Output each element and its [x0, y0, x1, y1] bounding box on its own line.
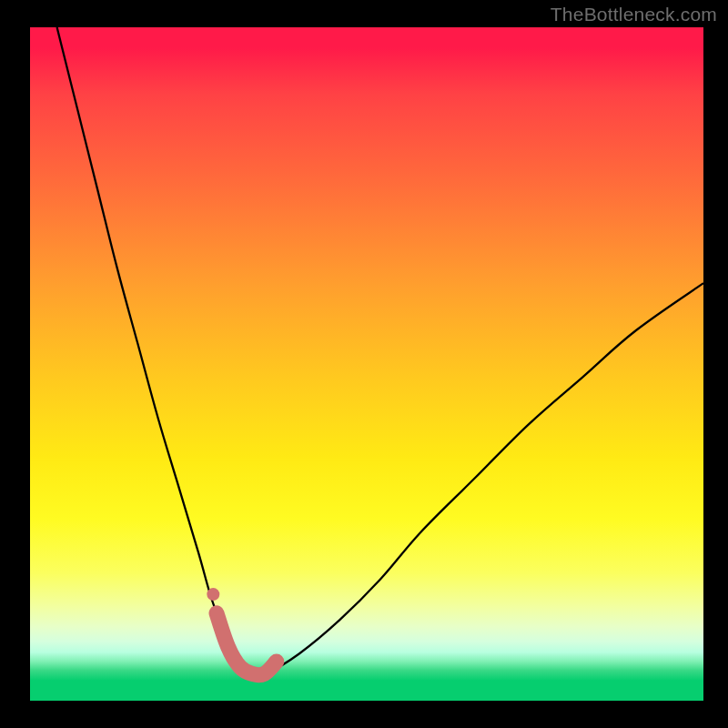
bottleneck-curve — [57, 27, 703, 676]
plot-area — [30, 27, 703, 701]
marker-dot — [207, 588, 219, 601]
optimal-valley-highlight — [217, 613, 277, 675]
chart-frame: TheBottleneck.com — [0, 0, 728, 728]
watermark-text: TheBottleneck.com — [551, 4, 717, 25]
curves-svg — [30, 27, 703, 701]
